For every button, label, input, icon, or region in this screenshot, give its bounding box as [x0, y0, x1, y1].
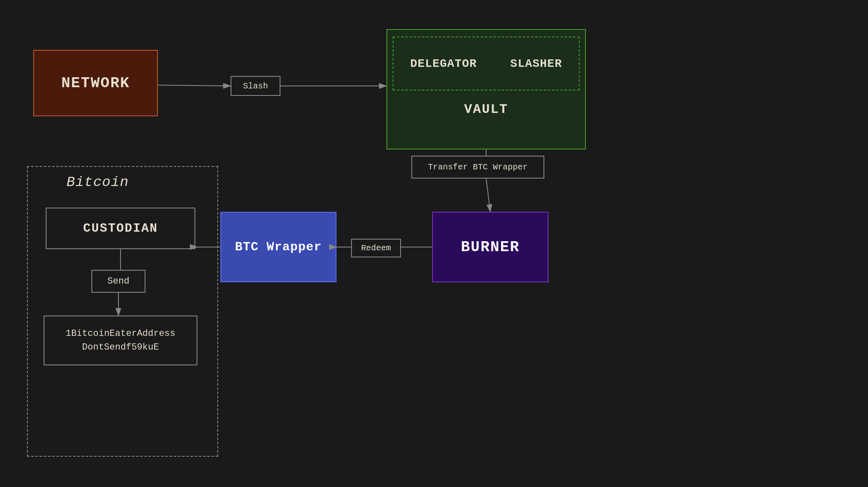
burner-box: BURNER	[432, 212, 548, 282]
network-box: NETWORK	[33, 50, 158, 116]
svg-line-5	[486, 179, 490, 212]
custodian-label: CUSTODIAN	[83, 221, 158, 235]
send-box: Send	[91, 270, 145, 293]
btc-address-box: 1BitcoinEaterAddressDontSendf59kuE	[44, 316, 197, 365]
slasher-label: SLASHER	[510, 57, 562, 70]
btc-address-label: 1BitcoinEaterAddressDontSendf59kuE	[66, 327, 175, 354]
redeem-edge-box: Redeem	[351, 239, 401, 257]
send-label: Send	[108, 276, 130, 286]
burner-label: BURNER	[461, 239, 520, 256]
network-label: NETWORK	[61, 75, 130, 92]
svg-line-2	[158, 85, 231, 86]
bitcoin-label: Bitcoin	[66, 174, 129, 190]
slash-edge-label: Slash	[243, 81, 268, 91]
redeem-edge-label: Redeem	[361, 243, 391, 253]
vault-label: VAULT	[464, 102, 508, 117]
slash-edge-box: Slash	[231, 76, 280, 96]
transfer-edge-box: Transfer BTC Wrapper	[411, 156, 544, 179]
vault-text: VAULT	[386, 102, 586, 117]
delegator-slasher-box: DELEGATOR SLASHER	[393, 37, 580, 91]
transfer-edge-label: Transfer BTC Wrapper	[428, 162, 528, 172]
btc-wrapper-label: BTC Wrapper	[235, 240, 322, 254]
btc-wrapper-box: BTC Wrapper	[220, 212, 337, 282]
delegator-label: DELEGATOR	[410, 57, 477, 70]
custodian-box: CUSTODIAN	[46, 208, 195, 249]
